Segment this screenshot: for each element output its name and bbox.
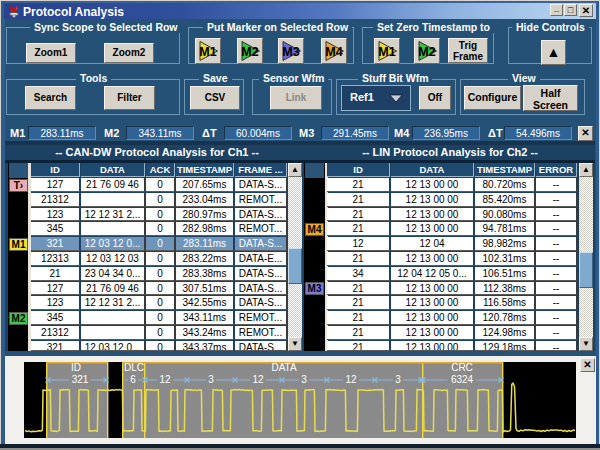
svg-text:CRC: CRC [451, 362, 473, 373]
svg-text:M3: M3 [282, 45, 299, 59]
svg-text:DATA: DATA [271, 362, 297, 373]
svg-text:6: 6 [130, 374, 136, 385]
svg-text:12: 12 [252, 374, 264, 385]
svg-text:M1: M1 [199, 45, 216, 59]
svg-text:M2: M2 [418, 45, 435, 59]
svg-text:3: 3 [208, 374, 214, 385]
svg-text:M2: M2 [241, 45, 258, 59]
svg-text:12: 12 [345, 374, 357, 385]
svg-text:12: 12 [159, 374, 171, 385]
svg-text:M1: M1 [378, 45, 395, 59]
svg-text:DLC: DLC [124, 362, 144, 373]
svg-text:6324: 6324 [451, 374, 474, 385]
svg-text:3: 3 [395, 374, 401, 385]
svg-text:M4: M4 [325, 45, 342, 59]
svg-text:3: 3 [301, 374, 307, 385]
svg-text:321: 321 [72, 374, 89, 385]
svg-text:ID: ID [71, 362, 81, 373]
